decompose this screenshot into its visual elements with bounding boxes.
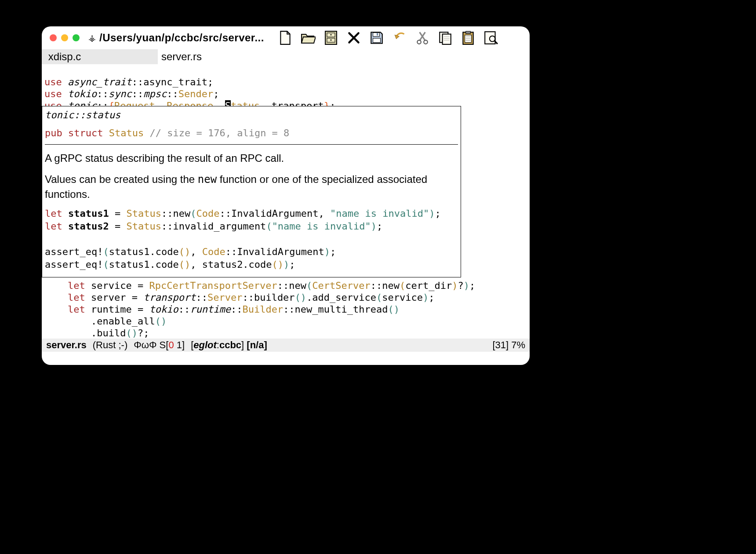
svg-rect-13	[466, 31, 471, 33]
svg-point-4	[330, 40, 331, 41]
close-window-button[interactable]	[50, 34, 57, 41]
cut-icon	[415, 30, 430, 45]
window-title: /Users/yuan/p/ccbc/src/server...	[99, 32, 264, 44]
paste-icon	[461, 30, 476, 45]
close-buffer-button[interactable]	[345, 29, 363, 47]
hover-doc-popup: tonic::status pub struct Status // size …	[42, 106, 461, 277]
toolbar	[276, 29, 500, 47]
eglot-indicator[interactable]: [eglot:ccbc] [n/a]	[191, 339, 267, 351]
hover-doc-prose: A gRPC status describing the result of a…	[45, 151, 458, 202]
separator	[45, 144, 458, 145]
new-file-icon	[278, 30, 293, 45]
save-icon	[369, 30, 384, 45]
tabbar: xdisp.c server.rs	[42, 49, 530, 64]
file-manager-button[interactable]	[322, 29, 340, 47]
search-button[interactable]	[482, 29, 500, 47]
close-buffer-icon	[346, 30, 361, 45]
traffic-lights	[50, 34, 80, 41]
copy-button[interactable]	[436, 29, 454, 47]
undo-icon	[392, 30, 407, 45]
code-area-continued[interactable]: let service = RpcCertTransportServer::ne…	[44, 280, 475, 339]
editor-window: ⚶ /Users/yuan/p/ccbc/src/server...	[42, 26, 530, 365]
save-button[interactable]	[368, 29, 385, 47]
svg-rect-6	[373, 38, 380, 43]
file-manager-icon	[323, 30, 338, 45]
copy-icon	[438, 30, 453, 45]
open-folder-icon	[301, 30, 316, 45]
tab-xdisp-c[interactable]: xdisp.c	[42, 49, 158, 64]
major-mode: (Rust ;-)	[93, 339, 127, 351]
code-area[interactable]: use async_trait::async_trait; use tokio:…	[42, 64, 530, 112]
search-icon	[483, 30, 498, 45]
minimize-window-button[interactable]	[61, 34, 68, 41]
buffer-name: server.rs	[46, 339, 87, 351]
cut-button[interactable]	[414, 29, 431, 47]
undo-button[interactable]	[391, 29, 408, 47]
new-file-button[interactable]	[276, 29, 294, 47]
svg-point-3	[330, 34, 331, 36]
svg-rect-11	[443, 34, 451, 44]
svg-rect-7	[377, 33, 378, 35]
hover-doc-signature: pub struct Status // size = 176, align =…	[45, 127, 458, 139]
mode-line[interactable]: server.rs (Rust ;-) ΦωΦ S[0 1] [eglot:cc…	[42, 339, 530, 352]
paste-button[interactable]	[459, 29, 477, 47]
titlebar: ⚶ /Users/yuan/p/ccbc/src/server...	[42, 26, 530, 49]
svg-point-8	[417, 40, 421, 44]
position-indicator: [31] 7%	[492, 339, 525, 351]
svg-point-9	[424, 40, 428, 44]
flymake-indicator[interactable]: ΦωΦ S[0 1]	[134, 339, 185, 351]
svg-rect-5	[373, 33, 379, 36]
version-control-icon: ⚶	[88, 33, 96, 43]
tab-label: server.rs	[161, 51, 202, 63]
hover-doc-path: tonic::status	[45, 109, 458, 121]
open-file-button[interactable]	[299, 29, 317, 47]
hover-doc-example: let status1 = Status::new(Code::InvalidA…	[45, 207, 458, 271]
tab-label: xdisp.c	[45, 51, 81, 63]
tab-server-rs[interactable]: server.rs	[158, 49, 274, 64]
zoom-window-button[interactable]	[73, 34, 80, 41]
